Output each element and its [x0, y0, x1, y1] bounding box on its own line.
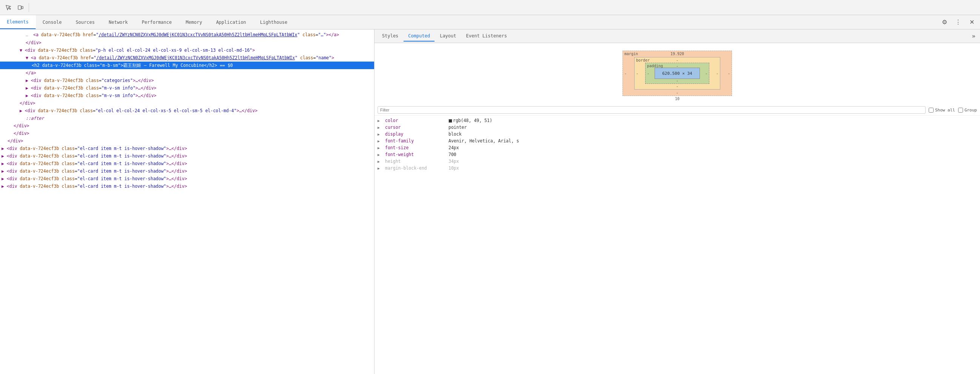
- dom-line[interactable]: </div>: [0, 137, 374, 145]
- prop-expand-arrow[interactable]: ▶: [377, 118, 382, 123]
- computed-prop-color[interactable]: ▶colorrgb(48, 49, 51): [374, 117, 980, 124]
- padding-top-value: -: [676, 64, 678, 68]
- dom-line[interactable]: </a>: [0, 69, 374, 77]
- dom-line-content: </div>: [25, 39, 41, 46]
- computed-prop-display[interactable]: ▶displayblock: [374, 131, 980, 137]
- dom-line-content: ▶ <div data-v-724ecf3b class="el-card it…: [2, 183, 187, 190]
- prop-value: 10px: [449, 165, 977, 171]
- dom-line-content: ▼ <a data-v-724ecf3b href="/detail/ZWYzN…: [25, 54, 334, 61]
- prop-expand-arrow[interactable]: ▶: [377, 153, 382, 157]
- tab-network[interactable]: Network: [102, 15, 135, 29]
- dom-ellipsis[interactable]: …: [25, 32, 33, 38]
- dom-line[interactable]: ▶ <div data-v-724ecf3b class="m-v-sm inf…: [0, 84, 374, 92]
- prop-value: 24px: [449, 145, 977, 150]
- dom-line[interactable]: ▶ <div data-v-724ecf3b class="el-card it…: [0, 167, 374, 175]
- show-all-label[interactable]: Show all: [929, 108, 955, 113]
- dom-line[interactable]: ▶ <div data-v-724ecf3b class="el-col el-…: [0, 107, 374, 115]
- prop-value: block: [449, 131, 977, 137]
- dom-line-content: ▶ <div data-v-724ecf3b class="el-card it…: [2, 168, 187, 174]
- toolbar-divider: [29, 3, 29, 12]
- prop-name: height: [385, 159, 445, 164]
- margin-right-value: -: [728, 71, 730, 75]
- color-swatch-icon: [449, 119, 452, 123]
- tab-performance[interactable]: Performance: [135, 15, 179, 29]
- margin-label: margin: [624, 52, 638, 56]
- dom-line[interactable]: ▶ <div data-v-724ecf3b class="el-card it…: [0, 152, 374, 160]
- group-checkbox[interactable]: [958, 108, 963, 113]
- padding-right-value: -: [705, 71, 708, 75]
- dom-line-content: ▶ <div data-v-724ecf3b class="el-card it…: [2, 153, 187, 160]
- dom-line[interactable]: </div>: [0, 99, 374, 107]
- prop-expand-arrow[interactable]: ▶: [377, 125, 382, 129]
- prop-value: pointer: [449, 125, 977, 130]
- computed-properties-list: ▶colorrgb(48, 49, 51)▶cursorpointer▶disp…: [374, 116, 980, 374]
- tab-event-listeners[interactable]: Event Listeners: [462, 31, 512, 42]
- dom-line-content: ▶ <div data-v-724ecf3b class="el-card it…: [2, 175, 187, 182]
- computed-prop-font-weight[interactable]: ▶font-weight700: [374, 151, 980, 158]
- border-top-value: -: [676, 58, 678, 62]
- prop-expand-arrow[interactable]: ▶: [377, 166, 382, 170]
- dom-line[interactable]: …<a data-v-724ecf3b href="/detail/ZWYzNC…: [0, 31, 374, 39]
- tab-console[interactable]: Console: [36, 15, 69, 29]
- box-model-content: 620.500 × 34: [655, 68, 700, 79]
- dom-line[interactable]: ▶ <div data-v-724ecf3b class="el-card it…: [0, 182, 374, 190]
- prop-name: cursor: [385, 125, 445, 130]
- dom-line[interactable]: ::after: [0, 115, 374, 122]
- prop-value: Avenir, Helvetica, Arial, s: [449, 138, 977, 144]
- dom-line[interactable]: ▶ <div data-v-724ecf3b class="el-card it…: [0, 160, 374, 167]
- computed-prop-font-size[interactable]: ▶font-size24px: [374, 144, 980, 151]
- margin-top-value: 19.920: [670, 52, 684, 56]
- dom-line[interactable]: ▶ <div data-v-724ecf3b class="categories…: [0, 77, 374, 84]
- prop-name: color: [385, 118, 445, 123]
- prop-expand-arrow[interactable]: ▶: [377, 139, 382, 143]
- dom-line[interactable]: ▶ <div data-v-724ecf3b class="el-card it…: [0, 175, 374, 182]
- prop-expand-arrow[interactable]: ▶: [377, 132, 382, 136]
- dom-line[interactable]: <h2 data-v-724ecf3b class="m-b-sm">霸王别姬 …: [0, 62, 374, 69]
- dom-line-content: ::after: [25, 115, 44, 121]
- tab-application[interactable]: Application: [209, 15, 253, 29]
- border-bottom-value: -: [676, 84, 678, 88]
- group-label[interactable]: Group: [958, 108, 977, 113]
- dom-line-content: ▶ <div data-v-724ecf3b class="m-v-sm inf…: [25, 92, 156, 99]
- padding-label: padding: [647, 64, 663, 68]
- margin-left-value: -: [624, 71, 627, 75]
- dom-line-content: </div>: [14, 130, 29, 137]
- more-options-button[interactable]: ⋮: [953, 17, 963, 27]
- show-all-checkbox[interactable]: [929, 108, 934, 113]
- computed-prop-margin-block-end[interactable]: ▶margin-block-end10px: [374, 165, 980, 171]
- settings-button[interactable]: ⚙: [939, 17, 950, 27]
- close-button[interactable]: ✕: [966, 17, 977, 27]
- dom-line-content: </div>: [8, 137, 24, 144]
- dom-line[interactable]: ▼ <a data-v-724ecf3b href="/detail/ZWYzN…: [0, 54, 374, 62]
- padding-bottom-value: -: [676, 78, 678, 83]
- dom-line-content: ▼ <div data-v-724ecf3b class="p-h el-col…: [20, 47, 255, 54]
- tab-sources[interactable]: Sources: [69, 15, 102, 29]
- tab-styles[interactable]: Styles: [377, 31, 403, 42]
- dom-line[interactable]: ▼ <div data-v-724ecf3b class="p-h el-col…: [0, 46, 374, 54]
- box-model-padding: padding - - - - 620.500 × 34: [645, 63, 710, 84]
- devtools-toolbar: [0, 0, 980, 15]
- computed-prop-height[interactable]: ▶height34px: [374, 158, 980, 165]
- tab-lighthouse[interactable]: Lighthouse: [253, 15, 294, 29]
- filter-input[interactable]: [377, 106, 926, 114]
- prop-expand-arrow[interactable]: ▶: [377, 160, 382, 164]
- tab-memory[interactable]: Memory: [179, 15, 209, 29]
- dom-line-content: <a data-v-724ecf3b href="/detail/ZWYzNCN…: [33, 31, 339, 38]
- tab-elements[interactable]: Elements: [0, 15, 36, 29]
- computed-prop-cursor[interactable]: ▶cursorpointer: [374, 124, 980, 131]
- padding-left-value: -: [647, 71, 649, 75]
- dom-line[interactable]: </div>: [0, 39, 374, 46]
- cursor-icon[interactable]: [3, 2, 14, 13]
- dom-line-content: ▶ <div data-v-724ecf3b class="categories…: [25, 77, 154, 84]
- tab-computed[interactable]: Computed: [404, 31, 434, 42]
- device-icon[interactable]: [15, 2, 25, 13]
- dom-line[interactable]: </div>: [0, 129, 374, 137]
- prop-expand-arrow[interactable]: ▶: [377, 146, 382, 150]
- dom-line[interactable]: ▶ <div data-v-724ecf3b class="m-v-sm inf…: [0, 92, 374, 99]
- tab-bar: Elements Console Sources Network Perform…: [0, 15, 980, 29]
- dom-line[interactable]: </div>: [0, 122, 374, 129]
- tab-layout[interactable]: Layout: [435, 31, 461, 42]
- dom-line[interactable]: ▶ <div data-v-724ecf3b class="el-card it…: [0, 145, 374, 152]
- computed-prop-font-family[interactable]: ▶font-familyAvenir, Helvetica, Arial, s: [374, 137, 980, 144]
- right-tab-more-icon[interactable]: »: [970, 32, 977, 40]
